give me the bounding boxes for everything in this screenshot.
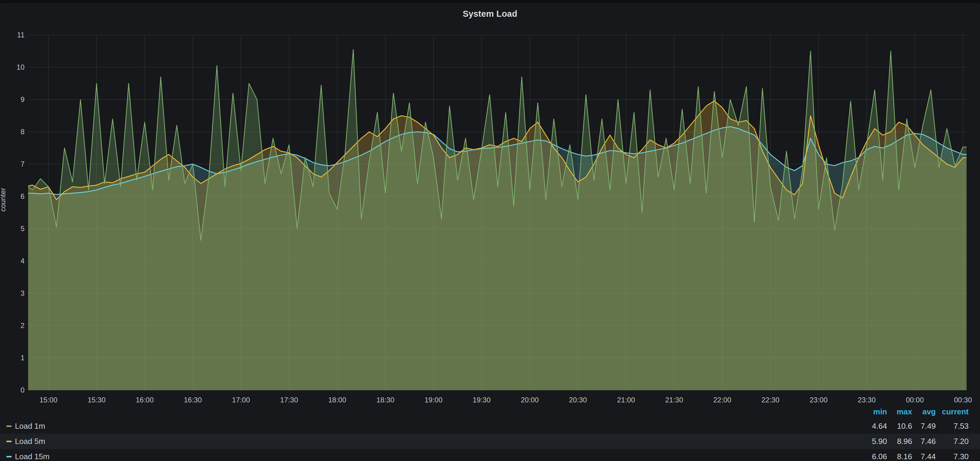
y-tick-label: 0	[21, 386, 24, 394]
legend-label[interactable]: Load 5m	[15, 437, 45, 446]
legend-swatch-icon[interactable]	[6, 441, 12, 442]
legend-label[interactable]: Load 1m	[15, 421, 45, 431]
legend: minmaxavgcurrentLoad 1m4.6410.67.497.53L…	[0, 401, 980, 461]
legend-column-current[interactable]: current	[936, 407, 969, 416]
y-tick-label: 11	[17, 31, 24, 39]
legend-header: minmaxavgcurrent	[860, 407, 969, 416]
series-plot	[24, 49, 970, 390]
y-axis-title: counter	[0, 188, 7, 211]
legend-row-load-15m[interactable]: Load 15m6.068.167.447.30	[0, 449, 980, 461]
y-tick-label: 6	[21, 192, 24, 200]
legend-stat-min: 6.06	[860, 452, 887, 461]
legend-row-load-1m[interactable]: Load 1m4.6410.67.497.53	[0, 418, 980, 434]
legend-label[interactable]: Load 15m	[15, 452, 49, 461]
legend-stat-min: 4.64	[860, 421, 887, 431]
y-tick-label: 3	[21, 289, 24, 297]
legend-stat-current: 7.30	[936, 452, 969, 461]
legend-column-max[interactable]: max	[887, 407, 912, 416]
legend-stat-avg: 7.44	[912, 452, 936, 461]
legend-stats: 4.6410.67.497.53	[860, 421, 969, 431]
graph-panel: System Load 0123456789101115:0015:3016:0…	[0, 3, 980, 461]
legend-stats: 6.068.167.447.30	[860, 452, 969, 461]
legend-column-avg[interactable]: avg	[912, 407, 936, 416]
legend-stat-min: 5.90	[860, 437, 887, 446]
y-tick-label: 7	[21, 160, 24, 168]
y-tick-label: 4	[21, 257, 24, 265]
y-tick-label: 2	[21, 321, 24, 329]
y-tick-label: 8	[21, 128, 24, 136]
legend-stat-avg: 7.49	[912, 421, 936, 431]
graph-canvas[interactable]: 0123456789101115:0015:3016:0016:3017:001…	[0, 3, 980, 461]
y-tick-label: 1	[21, 354, 24, 362]
legend-stat-current: 7.53	[936, 421, 969, 431]
legend-swatch-icon[interactable]	[6, 456, 12, 458]
legend-stat-current: 7.20	[936, 437, 969, 446]
legend-stat-max: 8.16	[887, 452, 912, 461]
legend-stats: 5.908.967.467.20	[860, 437, 969, 446]
y-tick-label: 9	[21, 95, 24, 103]
legend-stat-avg: 7.46	[912, 437, 936, 446]
legend-stat-max: 8.96	[887, 437, 912, 446]
y-tick-label: 10	[16, 63, 24, 71]
y-tick-label: 5	[21, 224, 24, 233]
area-load-1m	[24, 49, 970, 390]
legend-column-min[interactable]: min	[860, 407, 887, 416]
legend-row-load-5m[interactable]: Load 5m5.908.967.467.20	[0, 434, 980, 449]
legend-swatch-icon[interactable]	[6, 425, 12, 427]
legend-stat-max: 10.6	[887, 421, 912, 431]
